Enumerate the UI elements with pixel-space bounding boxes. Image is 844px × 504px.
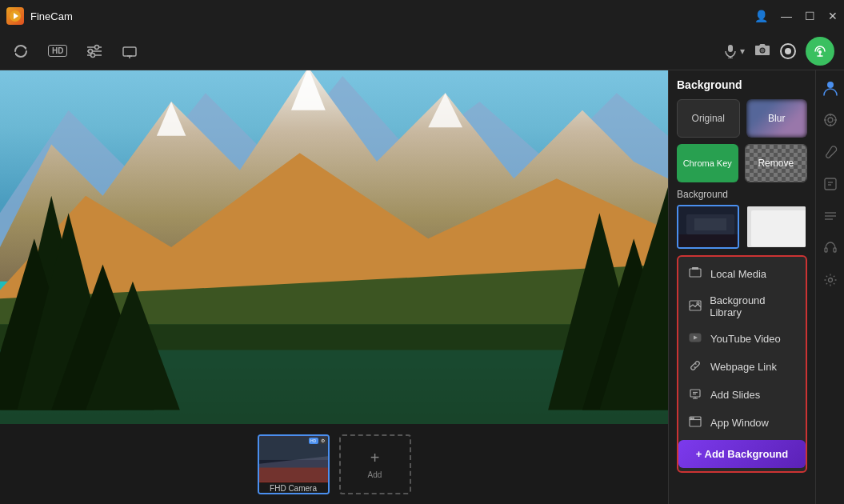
add-slides-label: Add Slides <box>710 389 760 401</box>
maximize-icon[interactable]: ☐ <box>805 10 815 22</box>
svg-point-67 <box>825 114 836 126</box>
app-window-label: App Window <box>710 417 769 429</box>
webpage-link-label: Webpage Link <box>710 361 777 373</box>
youtube-icon <box>688 331 702 346</box>
settings-icon[interactable] <box>819 269 842 291</box>
local-media-icon <box>688 266 702 282</box>
svg-point-7 <box>95 45 99 49</box>
bg-thumbs-row <box>677 205 807 249</box>
svg-rect-57 <box>690 390 700 397</box>
side-icons <box>815 70 844 504</box>
local-media-item[interactable]: Local Media <box>678 260 806 288</box>
add-camera-button[interactable]: + Add <box>339 434 411 494</box>
mic-dropdown-arrow[interactable]: ▾ <box>740 46 745 57</box>
camera-label: FHD Camera <box>259 482 328 494</box>
webpage-link-item[interactable]: Webpage Link <box>678 353 806 381</box>
svg-point-68 <box>828 118 833 122</box>
toolbar-center: ▾ <box>724 37 834 66</box>
live-button[interactable] <box>806 37 834 66</box>
background-library-icon <box>688 299 702 314</box>
background-library-item[interactable]: Background Library <box>678 288 806 325</box>
app-logo <box>6 7 24 25</box>
add-plus-icon: + <box>370 449 380 467</box>
add-background-button[interactable]: + Add Background <box>678 440 806 468</box>
svg-rect-52 <box>692 267 698 270</box>
bg-section-label: Background <box>677 189 807 200</box>
svg-point-64 <box>690 418 692 419</box>
add-background-dropdown: Local Media Background Library <box>677 255 807 473</box>
video-area: HD ⚙ FHD Camera + Add <box>0 70 668 504</box>
youtube-video-label: YouTube Video <box>710 333 781 345</box>
profile-icon[interactable]: 👤 <box>754 10 768 22</box>
video-background <box>0 70 668 424</box>
bg-thumb-dark[interactable] <box>677 205 739 249</box>
tools-icon[interactable] <box>819 141 842 163</box>
sticker-icon[interactable] <box>819 173 842 195</box>
bg-thumb-dark-preview <box>678 206 738 247</box>
lines-icon[interactable] <box>819 205 842 227</box>
filter-button[interactable] <box>83 40 106 62</box>
cast-button[interactable] <box>118 40 141 62</box>
svg-rect-46 <box>678 234 739 249</box>
panel-title: Background <box>677 78 807 91</box>
titlebar-left: FineCam <box>6 7 73 25</box>
blur-button[interactable]: Blur <box>746 99 808 138</box>
svg-point-54 <box>697 302 699 304</box>
svg-rect-79 <box>825 248 827 252</box>
right-panel: Background Original Blur Chroma Key Remo… <box>668 70 844 504</box>
svg-rect-13 <box>123 47 136 56</box>
svg-point-10 <box>91 53 95 57</box>
background-library-label: Background Library <box>710 294 796 318</box>
webpage-link-icon <box>688 359 702 374</box>
close-icon[interactable]: ✕ <box>828 10 838 22</box>
switch-camera-button[interactable] <box>10 40 32 62</box>
toolbar: HD ▾ <box>0 32 844 70</box>
app-window-item[interactable]: App Window <box>678 409 806 437</box>
svg-marker-2 <box>24 47 27 50</box>
person-icon[interactable] <box>819 77 842 99</box>
video-preview <box>0 70 668 424</box>
camera-thumbnail[interactable]: HD ⚙ FHD Camera <box>258 434 330 494</box>
svg-rect-16 <box>728 45 733 52</box>
mic-button[interactable]: ▾ <box>724 44 745 58</box>
svg-rect-80 <box>834 248 836 252</box>
panel-content: Background Original Blur Chroma Key Remo… <box>669 70 815 504</box>
effects-icon[interactable] <box>819 109 842 131</box>
svg-point-65 <box>693 418 694 419</box>
blur-label: Blur <box>768 113 785 124</box>
svg-rect-50 <box>751 210 807 246</box>
camera-strip: HD ⚙ FHD Camera + Add <box>0 424 668 504</box>
bg-type-row-1: Original Blur <box>677 99 807 138</box>
svg-rect-44 <box>259 467 328 481</box>
add-slides-item[interactable]: Add Slides <box>678 381 806 409</box>
add-label: Add <box>368 470 382 479</box>
svg-marker-3 <box>15 52 18 55</box>
add-slides-icon <box>688 387 702 402</box>
svg-point-66 <box>827 82 834 88</box>
svg-rect-73 <box>825 178 836 190</box>
bg-thumb-white-preview <box>747 206 806 247</box>
remove-label: Remove <box>758 158 794 169</box>
app-window-icon <box>688 415 702 430</box>
main-layout: HD ⚙ FHD Camera + Add Background Origina… <box>0 70 844 504</box>
headset-icon[interactable] <box>819 237 842 259</box>
bg-thumb-white[interactable] <box>746 205 808 249</box>
svg-rect-48 <box>694 218 726 230</box>
bg-type-row-2: Chroma Key Remove <box>677 144 807 182</box>
titlebar: FineCam 👤 — ☐ ✕ <box>0 0 844 32</box>
svg-point-4 <box>89 49 93 53</box>
svg-point-20 <box>761 48 765 52</box>
app-name: FineCam <box>30 10 73 22</box>
svg-point-81 <box>828 278 832 282</box>
minimize-icon[interactable]: — <box>781 10 792 22</box>
youtube-video-item[interactable]: YouTube Video <box>678 325 806 353</box>
remove-button[interactable]: Remove <box>745 144 808 182</box>
hd-button[interactable]: HD <box>45 42 70 60</box>
original-button[interactable]: Original <box>677 99 740 138</box>
record-button[interactable] <box>780 43 796 59</box>
local-media-label: Local Media <box>710 268 766 280</box>
titlebar-controls: 👤 — ☐ ✕ <box>754 10 838 22</box>
chroma-key-button[interactable]: Chroma Key <box>677 144 738 182</box>
svg-rect-51 <box>690 269 701 277</box>
camera-snapshot-button[interactable] <box>754 42 770 60</box>
